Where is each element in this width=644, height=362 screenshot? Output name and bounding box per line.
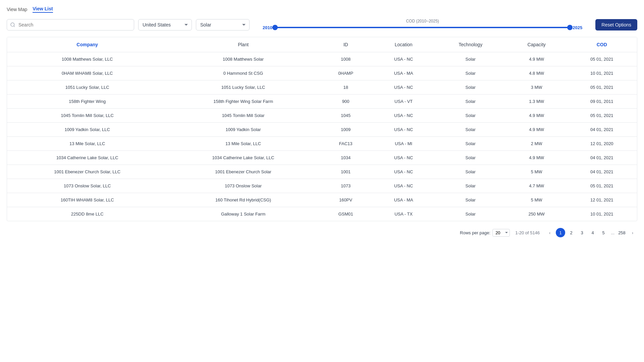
cell-company-9: 1073 Onslow Solar, LLC xyxy=(7,179,167,193)
reset-options-button[interactable]: Reset Options xyxy=(595,19,637,31)
table-row: 158th Fighter Wing 158th Fighter Wing So… xyxy=(7,95,637,109)
page-range-info: 1-20 of 5146 xyxy=(515,230,540,235)
cell-plant-0: 1008 Matthews Solar xyxy=(167,52,319,66)
cell-cod-7: 04 01, 2021 xyxy=(567,151,637,165)
table-row: 160TIH WHAM8 Solar, LLC 160 Tihonet Rd H… xyxy=(7,193,637,207)
page-5-button[interactable]: 5 xyxy=(599,228,608,237)
cell-id-1: 0HAMP xyxy=(319,66,373,80)
cell-location-8: USA - NC xyxy=(373,165,435,179)
cell-technology-1: Solar xyxy=(435,66,506,80)
view-map-link[interactable]: View Map xyxy=(7,7,27,12)
cell-id-5: 1009 xyxy=(319,123,373,137)
cell-location-4: USA - NC xyxy=(373,109,435,123)
cell-cod-0: 05 01, 2021 xyxy=(567,52,637,66)
cell-technology-6: Solar xyxy=(435,137,506,151)
cell-capacity-8: 5 MW xyxy=(506,165,567,179)
cell-technology-0: Solar xyxy=(435,52,506,66)
cod-range-label: COD (2010~2025) xyxy=(260,19,585,23)
page-2-button[interactable]: 2 xyxy=(567,228,576,237)
svg-line-1 xyxy=(14,26,15,27)
cell-plant-1: 0 Hammond St CSG xyxy=(167,66,319,80)
cell-company-11: 225DD 8me LLC xyxy=(7,207,167,221)
cell-company-1: 0HAM WHAM8 Solar, LLC xyxy=(7,66,167,80)
cell-cod-6: 12 01, 2020 xyxy=(567,137,637,151)
range-track xyxy=(275,27,570,28)
cell-technology-2: Solar xyxy=(435,80,506,95)
table-header-row: Company Plant ID Location Technology Cap… xyxy=(7,37,637,52)
cell-capacity-0: 4.9 MW xyxy=(506,52,567,66)
cell-company-6: 13 Mile Solar, LLC xyxy=(7,137,167,151)
cell-plant-9: 1073 Onslow Solar xyxy=(167,179,319,193)
cell-plant-10: 160 Tihonet Rd Hybrid(CSG) xyxy=(167,193,319,207)
cell-technology-3: Solar xyxy=(435,95,506,109)
page-navigation: ‹ 1 2 3 4 5 ... 258 › xyxy=(545,228,637,237)
cell-cod-3: 09 01, 2011 xyxy=(567,95,637,109)
cell-location-10: USA - MA xyxy=(373,193,435,207)
range-fill xyxy=(275,27,570,28)
cell-technology-7: Solar xyxy=(435,151,506,165)
cell-company-0: 1008 Matthews Solar, LLC xyxy=(7,52,167,66)
table-row: 1051 Lucky Solar, LLC 1051 Lucky Solar, … xyxy=(7,80,637,95)
page-4-button[interactable]: 4 xyxy=(588,228,597,237)
page-3-button[interactable]: 3 xyxy=(577,228,587,237)
column-company[interactable]: Company xyxy=(7,37,167,52)
prev-page-button[interactable]: ‹ xyxy=(545,228,554,237)
cell-cod-8: 04 01, 2021 xyxy=(567,165,637,179)
cell-id-6: FAC13 xyxy=(319,137,373,151)
column-cod[interactable]: COD xyxy=(567,37,637,52)
cell-capacity-2: 3 MW xyxy=(506,80,567,95)
cell-id-2: 18 xyxy=(319,80,373,95)
cell-location-9: USA - NC xyxy=(373,179,435,193)
cell-id-4: 1045 xyxy=(319,109,373,123)
column-technology[interactable]: Technology xyxy=(435,37,506,52)
range-thumb-left[interactable] xyxy=(272,25,278,30)
table-header: Company Plant ID Location Technology Cap… xyxy=(7,37,637,52)
country-select[interactable]: United States Canada Mexico xyxy=(138,19,192,31)
cell-company-10: 160TIH WHAM8 Solar, LLC xyxy=(7,193,167,207)
table-body: 1008 Matthews Solar, LLC 1008 Matthews S… xyxy=(7,52,637,221)
cell-technology-5: Solar xyxy=(435,123,506,137)
cell-cod-10: 12 01, 2021 xyxy=(567,193,637,207)
table-row: 1001 Ebenezer Church Solar, LLC 1001 Ebe… xyxy=(7,165,637,179)
cell-capacity-9: 4.7 MW xyxy=(506,179,567,193)
cell-location-5: USA - NC xyxy=(373,123,435,137)
column-id[interactable]: ID xyxy=(319,37,373,52)
table-row: 225DD 8me LLC Galloway 1 Solar Farm GSM0… xyxy=(7,207,637,221)
table-row: 1045 Tomlin Mill Solar, LLC 1045 Tomlin … xyxy=(7,109,637,123)
page-last-button[interactable]: 258 xyxy=(617,228,627,237)
table-row: 1073 Onslow Solar, LLC 1073 Onslow Solar… xyxy=(7,179,637,193)
column-capacity[interactable]: Capacity xyxy=(506,37,567,52)
cell-capacity-4: 4.9 MW xyxy=(506,109,567,123)
cod-start-year: 2010 xyxy=(260,25,272,30)
cell-capacity-1: 4.8 MW xyxy=(506,66,567,80)
view-list-link[interactable]: View List xyxy=(33,6,53,13)
data-table-container: Company Plant ID Location Technology Cap… xyxy=(7,37,637,221)
cell-plant-7: 1034 Catherine Lake Solar, LLC xyxy=(167,151,319,165)
cod-range-section: COD (2010~2025) 2010 2025 xyxy=(254,19,591,31)
cell-plant-3: 158th Fighter Wing Solar Farm xyxy=(167,95,319,109)
cell-company-5: 1009 Yadkin Solar, LLC xyxy=(7,123,167,137)
search-input[interactable] xyxy=(7,19,134,31)
cell-plant-8: 1001 Ebenezer Church Solar xyxy=(167,165,319,179)
cell-cod-1: 10 01, 2021 xyxy=(567,66,637,80)
range-slider-container[interactable] xyxy=(275,24,570,31)
pagination-bar: Rows per page: 10 20 50 100 1-20 of 5146… xyxy=(0,225,644,241)
technology-select-wrapper: Solar Wind Hydro Nuclear xyxy=(196,19,250,31)
column-plant[interactable]: Plant xyxy=(167,37,319,52)
technology-select[interactable]: Solar Wind Hydro Nuclear xyxy=(196,19,250,31)
cell-location-6: USA - MI xyxy=(373,137,435,151)
cell-plant-11: Galloway 1 Solar Farm xyxy=(167,207,319,221)
column-location[interactable]: Location xyxy=(373,37,435,52)
page-1-button[interactable]: 1 xyxy=(556,228,565,237)
cell-id-3: 900 xyxy=(319,95,373,109)
table-row: 1009 Yadkin Solar, LLC 1009 Yadkin Solar… xyxy=(7,123,637,137)
cell-location-0: USA - NC xyxy=(373,52,435,66)
range-thumb-right[interactable] xyxy=(567,25,573,30)
next-page-button[interactable]: › xyxy=(628,228,637,237)
table-row: 13 Mile Solar, LLC 13 Mile Solar, LLC FA… xyxy=(7,137,637,151)
rows-per-page-select[interactable]: 10 20 50 100 xyxy=(492,229,510,237)
cell-id-7: 1034 xyxy=(319,151,373,165)
cell-location-3: USA - VT xyxy=(373,95,435,109)
cell-location-11: USA - TX xyxy=(373,207,435,221)
cell-technology-9: Solar xyxy=(435,179,506,193)
